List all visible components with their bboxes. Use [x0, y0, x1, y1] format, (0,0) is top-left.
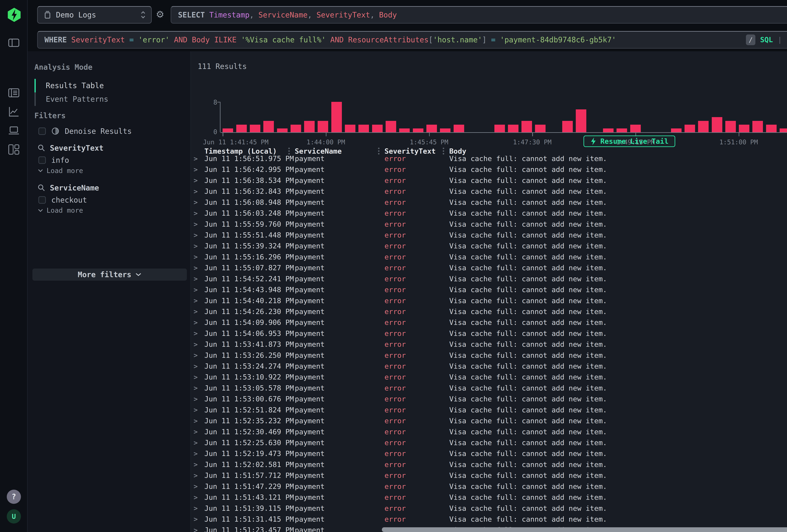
histogram-bar[interactable] [250, 125, 260, 132]
histogram-bar[interactable] [413, 128, 423, 132]
histogram-bar[interactable] [263, 121, 274, 132]
search-logs-icon[interactable] [7, 86, 20, 99]
table-row[interactable]: >Jun 11 1:52:51.824 PMpaymenterrorVisa c… [194, 405, 787, 416]
table-row[interactable]: >Jun 11 1:55:16.296 PMpaymenterrorVisa c… [194, 252, 787, 262]
resume-live-tail-button[interactable]: Resume Live Tail [583, 135, 675, 147]
histogram-bar[interactable] [739, 125, 749, 132]
table-row[interactable]: >Jun 11 1:52:02.581 PMpaymenterrorVisa c… [194, 459, 787, 470]
table-row[interactable]: >Jun 11 1:53:00.676 PMpaymenterrorVisa c… [194, 393, 787, 404]
histogram-bar[interactable] [426, 125, 437, 132]
table-row[interactable]: >Jun 11 1:51:57.712 PMpaymenterrorVisa c… [194, 470, 787, 481]
histogram-bar[interactable] [331, 102, 342, 132]
sidebar-toggle-icon[interactable] [7, 36, 20, 49]
table-row[interactable]: >Jun 11 1:53:41.873 PMpaymenterrorVisa c… [194, 339, 787, 350]
table-row[interactable]: >Jun 11 1:54:52.241 PMpaymenterrorVisa c… [194, 273, 787, 284]
filter-option-checkout[interactable]: checkout [38, 196, 87, 204]
histogram-bar[interactable] [372, 125, 383, 132]
dashboards-icon[interactable] [7, 143, 20, 156]
table-row[interactable]: >Jun 11 1:54:26.230 PMpaymenterrorVisa c… [194, 306, 787, 317]
histogram-bar[interactable] [277, 128, 288, 132]
table-row[interactable]: >Jun 11 1:56:38.534 PMpaymenterrorVisa c… [194, 175, 787, 186]
horizontal-scrollbar-thumb[interactable] [382, 527, 787, 532]
histogram-bar[interactable] [440, 128, 450, 132]
denoise-results-row[interactable]: Denoise Results [38, 127, 132, 135]
table-row[interactable]: >Jun 11 1:54:09.906 PMpaymenterrorVisa c… [194, 317, 787, 328]
app-logo-icon[interactable] [7, 7, 22, 25]
column-resize-handle[interactable] [443, 147, 445, 155]
table-row[interactable]: >Jun 11 1:51:43.121 PMpaymenterrorVisa c… [194, 492, 787, 503]
histogram-bar[interactable] [358, 125, 369, 132]
table-row[interactable]: >Jun 11 1:52:30.469 PMpaymenterrorVisa c… [194, 426, 787, 437]
histogram-bar[interactable] [752, 121, 763, 132]
source-settings-gear-icon[interactable]: ⚙ [156, 9, 164, 20]
denoise-checkbox[interactable] [38, 127, 46, 135]
table-row[interactable]: >Jun 11 1:54:43.948 PMpaymenterrorVisa c… [194, 284, 787, 295]
table-row[interactable]: >Jun 11 1:53:26.250 PMpaymenterrorVisa c… [194, 350, 787, 361]
mode-event-patterns[interactable]: Event Patterns [35, 92, 183, 106]
column-resize-handle[interactable] [378, 147, 380, 155]
histogram-bar[interactable] [698, 121, 709, 132]
col-timestamp[interactable]: Timestamp (Local) [205, 147, 295, 156]
load-more-servicename[interactable]: Load more [38, 206, 83, 214]
histogram-bar[interactable] [236, 125, 247, 132]
select-clause-input[interactable]: SELECT Timestamp, ServiceName, SeverityT… [171, 6, 787, 24]
col-body[interactable]: Body [449, 147, 787, 156]
table-row[interactable]: >Jun 11 1:56:32.843 PMpaymenterrorVisa c… [194, 186, 787, 197]
table-row[interactable]: >Jun 11 1:53:05.578 PMpaymenterrorVisa c… [194, 383, 787, 393]
filter-option-info[interactable]: info [38, 156, 69, 165]
histogram-bar[interactable] [386, 121, 396, 132]
table-row[interactable]: >Jun 11 1:55:59.760 PMpaymenterrorVisa c… [194, 219, 787, 230]
sql-mode-toggle[interactable]: SQL [760, 36, 773, 44]
histogram-bar[interactable] [304, 121, 315, 132]
chart-explorer-icon[interactable] [7, 105, 20, 118]
table-row[interactable]: >Jun 11 1:54:06.953 PMpaymenterrorVisa c… [194, 328, 787, 339]
mode-results-table[interactable]: Results Table [35, 79, 183, 92]
histogram-bar[interactable] [617, 128, 627, 132]
histogram-bar[interactable] [399, 128, 410, 132]
col-servicename[interactable]: ServiceName [295, 147, 385, 156]
sessions-icon[interactable] [7, 124, 20, 137]
histogram-bar[interactable] [766, 125, 777, 132]
table-row[interactable]: >Jun 11 1:56:08.948 PMpaymenterrorVisa c… [194, 197, 787, 208]
histogram-bar[interactable] [603, 128, 614, 132]
table-row[interactable]: >Jun 11 1:53:10.922 PMpaymenterrorVisa c… [194, 371, 787, 382]
histogram-bar[interactable] [576, 109, 586, 132]
histogram-bar[interactable] [318, 121, 328, 132]
more-filters-button[interactable]: More filters [33, 269, 187, 281]
table-row[interactable]: >Jun 11 1:55:51.448 PMpaymenterrorVisa c… [194, 230, 787, 240]
checkout-checkbox[interactable] [38, 196, 46, 204]
histogram-bar[interactable] [780, 128, 787, 132]
histogram-bar[interactable] [291, 125, 301, 132]
histogram-bar[interactable] [684, 125, 695, 132]
where-clause-input[interactable]: WHERE SeverityText = 'error' AND Body IL… [37, 31, 787, 48]
table-row[interactable]: >Jun 11 1:51:31.415 PMpaymenterrorVisa c… [194, 514, 787, 525]
table-row[interactable]: >Jun 11 1:52:35.232 PMpaymenterrorVisa c… [194, 416, 787, 426]
info-checkbox[interactable] [38, 156, 46, 164]
table-row[interactable]: >Jun 11 1:54:40.218 PMpaymenterrorVisa c… [194, 295, 787, 306]
histogram-bar[interactable] [725, 121, 736, 132]
table-row[interactable]: >Jun 11 1:55:07.827 PMpaymenterrorVisa c… [194, 262, 787, 273]
table-row[interactable]: >Jun 11 1:52:25.630 PMpaymenterrorVisa c… [194, 437, 787, 448]
histogram-bar[interactable] [508, 125, 518, 132]
histogram-bar[interactable] [630, 125, 641, 132]
histogram-bar[interactable] [671, 128, 682, 132]
histogram-bar[interactable] [712, 117, 722, 132]
histogram-bar[interactable] [222, 128, 233, 132]
table-row[interactable]: >Jun 11 1:51:47.229 PMpaymenterrorVisa c… [194, 481, 787, 492]
source-selector[interactable]: Demo Logs [37, 6, 152, 24]
col-severitytext[interactable]: SeverityText [385, 147, 449, 156]
table-row[interactable]: >Jun 11 1:53:24.274 PMpaymenterrorVisa c… [194, 361, 787, 371]
column-resize-handle[interactable] [288, 147, 290, 155]
table-row[interactable]: >Jun 11 1:51:39.115 PMpaymenterrorVisa c… [194, 503, 787, 514]
table-row[interactable]: >Jun 11 1:52:19.473 PMpaymenterrorVisa c… [194, 448, 787, 459]
table-row[interactable]: >Jun 11 1:56:03.248 PMpaymenterrorVisa c… [194, 208, 787, 219]
histogram-bar[interactable] [345, 125, 356, 132]
table-row[interactable]: >Jun 11 1:56:42.995 PMpaymenterrorVisa c… [194, 164, 787, 175]
table-row[interactable]: >Jun 11 1:55:39.324 PMpaymenterrorVisa c… [194, 240, 787, 251]
horizontal-scrollbar[interactable] [382, 527, 787, 532]
help-button[interactable]: ? [7, 490, 21, 504]
load-more-severitytext[interactable]: Load more [38, 167, 83, 174]
histogram-bar[interactable] [522, 121, 532, 132]
histogram-bar[interactable] [494, 125, 505, 132]
user-avatar[interactable]: U [7, 509, 21, 524]
